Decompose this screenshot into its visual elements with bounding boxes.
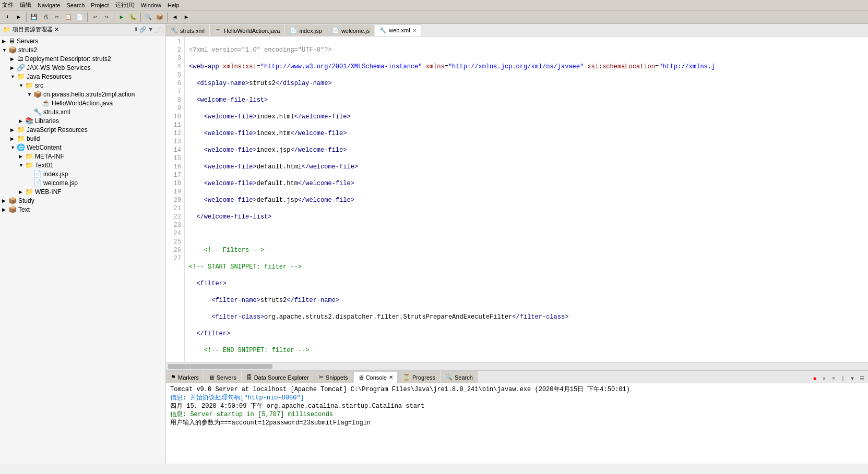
maximize-sidebar-btn[interactable]: □ [159,26,162,33]
tree-item-text[interactable]: ▶ 📦 Text [0,205,165,214]
tab-struts-xml[interactable]: 🔧 struts.xml [166,25,209,36]
tree-item-cn-pkg[interactable]: ▼ 📦 cn.javass.hello.struts2impl.action [0,90,165,99]
tree-item-index-jsp[interactable]: ▶ 📄 index.jsp [0,169,165,178]
toolbar-btn-fwd[interactable]: ▶ [181,12,192,22]
arrow-study[interactable]: ▶ [2,198,8,203]
menu-edit[interactable]: 编辑 [20,1,31,9]
tab-welcome-js[interactable]: 📄 welcome.js [327,25,374,36]
tree-item-java-resources[interactable]: ▼ 📁 Java Resources [0,72,165,81]
arrow-servers[interactable]: ▶ [2,39,8,44]
tree-item-jaxws[interactable]: ▶ 🔗 JAX-WS Web Services [0,63,165,72]
arrow-text01[interactable]: ▼ [19,163,25,168]
menu-run[interactable]: 运行(R) [115,1,135,9]
tab-hello-action-icon: ☕ [215,27,222,34]
tab-index-jsp-icon: 📄 [290,27,297,34]
struts2-label: struts2 [18,46,37,54]
build-icon: 📁 [17,135,25,142]
arrow-cn-pkg[interactable]: ▼ [27,92,33,97]
toolbar-btn-1[interactable]: ⬇ [2,12,13,22]
tree-item-meta-inf[interactable]: ▶ 📁 META-INF [0,152,165,161]
tab-hello-action-label: HelloWorldAction.java [224,28,280,34]
bottom-tab-datasource[interactable]: 🗄 Data Source Explorer [242,371,314,383]
toolbar-btn-back[interactable]: ◀ [170,12,180,22]
arrow-jaxws[interactable]: ▶ [10,65,17,70]
meta-inf-icon: 📁 [25,152,33,160]
tree-item-study[interactable]: ▶ 📦 Study [0,196,165,205]
tree-item-libraries[interactable]: ▶ 📚 Libraries [0,116,165,125]
tree-item-webcontent[interactable]: ▼ 🌐 WebContent [0,143,165,152]
console-btn-4[interactable]: | [839,374,847,383]
bottom-tab-progress[interactable]: ⏳ Progress [398,371,440,383]
menu-help[interactable]: Help [168,2,180,8]
console-btn-5[interactable]: ▼ [848,374,857,383]
tree-item-web-inf[interactable]: ▶ 📁 WEB-INF [0,187,165,196]
toolbar-btn-5a[interactable]: 📦 [154,12,165,22]
tree-item-text01[interactable]: ▼ 📁 Text01 [0,161,165,169]
tree-item-deployment[interactable]: ▶ 🗂 Deployment Descriptor: struts2 [0,54,165,63]
menu-file[interactable]: 文件 [2,1,14,9]
h-scroll-bar[interactable] [168,364,272,369]
console-btn-3[interactable]: × [829,374,838,383]
code-editor[interactable]: 12345 678910 1112131415 1617181920 21222… [166,37,868,362]
arrow-struts2[interactable]: ▼ [2,47,8,53]
arrow-deployment[interactable]: ▶ [10,56,17,62]
console-btn-6[interactable]: ☰ [858,374,866,383]
arrow-web-inf[interactable]: ▶ [19,189,25,195]
menu-search[interactable]: Search [66,2,85,8]
tree-item-struts-xml[interactable]: ▶ 🔧 struts.xml [0,107,165,116]
toolbar-btn-run[interactable]: ▶ [116,12,127,22]
bottom-tab-console[interactable]: 🖥 Console ✕ [353,371,398,383]
menu-project[interactable]: Project [91,2,109,8]
console-clear-btn[interactable]: ✕ [820,374,828,383]
bottom-tab-search[interactable]: 🔍 Search [441,371,478,383]
tab-web-xml-close[interactable]: ✕ [412,28,417,33]
toolbar-btn-6[interactable]: 📋 [63,12,74,22]
toolbar-btn-2[interactable]: ▶ [14,12,24,22]
bottom-tab-servers[interactable]: 🖥 Servers [204,371,241,383]
arrow-java-resources[interactable]: ▼ [10,74,17,79]
arrow-text[interactable]: ▶ [2,207,8,212]
toolbar-btn-4[interactable]: 🖨 [40,12,51,22]
link-editor-btn[interactable]: 🔗 [139,26,147,33]
toolbar-btn-redo[interactable]: ↪ [101,12,112,22]
toolbar-sep-4 [140,13,141,22]
arrow-js-resources[interactable]: ▶ [10,127,17,132]
minimize-sidebar-btn[interactable]: _ [154,26,158,33]
tree-item-hello-action[interactable]: ▶ ☕ HelloWorldAction.java [0,99,165,107]
arrow-build[interactable]: ▶ [10,136,17,141]
app-window: 文件 编辑 Navigate Search Project 运行(R) Wind… [0,0,868,464]
tree-item-struts2[interactable]: ▼ 📦 struts2 [0,45,165,54]
toolbar-btn-debug[interactable]: 🐛 [128,12,138,22]
tab-struts-xml-label: struts.xml [180,28,205,34]
tab-index-jsp[interactable]: 📄 index.jsp [285,25,326,36]
tree-item-src[interactable]: ▼ 📁 src [0,81,165,90]
menu-window[interactable]: Window [141,2,161,8]
arrow-meta-inf[interactable]: ▶ [19,154,25,159]
console-stop-btn[interactable]: ■ [811,374,819,383]
tree-item-welcome-jsp[interactable]: ▶ 📄 welcome.jsp [0,178,165,187]
toolbar-btn-5[interactable]: ✂ [52,12,62,22]
arrow-libraries[interactable]: ▶ [19,118,25,124]
toolbar-btn-7[interactable]: 📄 [75,12,85,22]
toolbar-btn-undo[interactable]: ↩ [90,12,100,22]
collapse-all-btn[interactable]: ⬆ [134,26,138,33]
code-content: <?xml version="1.0" encoding="UTF-8"?> <… [185,37,868,362]
bottom-tab-markers[interactable]: ⚑ Markers [166,371,204,383]
h-scroll-area[interactable] [166,362,868,370]
arrow-src[interactable]: ▼ [19,83,25,88]
arrow-webcontent[interactable]: ▼ [10,145,17,150]
menu-navigate[interactable]: Navigate [38,2,60,8]
toolbar-btn-search[interactable]: 🔍 [143,12,153,22]
console-line-1: 信息: 开始协议处理句柄["http-nio-8080"] [170,394,864,402]
web-inf-label: WEB-INF [35,188,62,196]
bottom-tab-snippets[interactable]: ✂ Snippets [314,371,353,383]
tree-item-servers[interactable]: ▶ 🖥 Servers [0,37,165,45]
console-close[interactable]: ✕ [389,374,393,380]
tree-item-build[interactable]: ▶ 📁 build [0,134,165,143]
sidebar-menu-btn[interactable]: ▼ [148,26,153,33]
toolbar-btn-3[interactable]: 💾 [29,12,39,22]
tab-web-xml[interactable]: 🔧 web.xml ✕ [375,25,421,36]
tree-item-js-resources[interactable]: ▶ 📁 JavaScript Resources [0,125,165,134]
java-resources-label: Java Resources [27,73,72,80]
tab-hello-action[interactable]: ☕ HelloWorldAction.java [210,25,284,36]
